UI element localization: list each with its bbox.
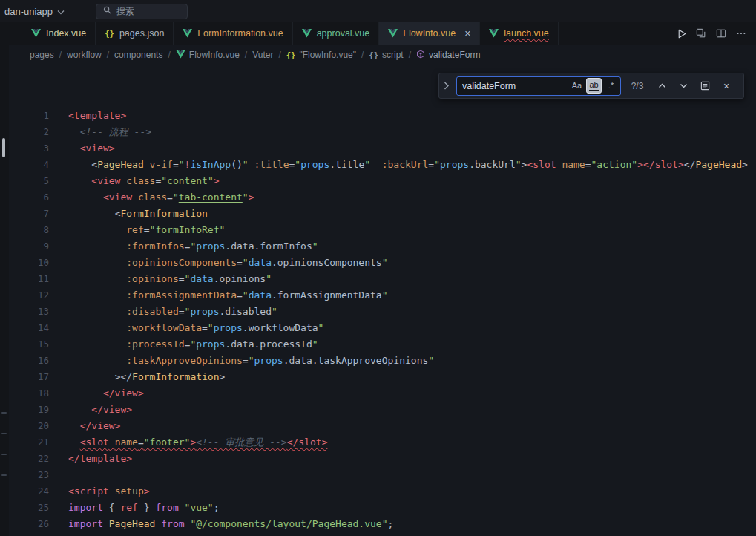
strip-mark (1, 412, 7, 414)
code-line[interactable]: 8 ref="formInfoRef" (9, 222, 756, 238)
strip-mark (1, 474, 7, 476)
code-line[interactable]: 21 <slot name="footer"><!-- 审批意见 --></sl… (9, 434, 756, 451)
line-number: 8 (9, 222, 49, 238)
line-number: 2 (9, 124, 49, 140)
line-number: 21 (9, 434, 49, 451)
title-bar: dan-uniapp 搜索 (0, 0, 756, 22)
breadcrumb-item-workflow[interactable]: workflow (67, 50, 102, 60)
editor-pane[interactable]: Aa ab .* ?/3 (9, 65, 756, 536)
line-number: 17 (9, 369, 49, 385)
toggle-replace-button[interactable] (441, 73, 451, 98)
whole-word-toggle[interactable]: ab (586, 78, 602, 94)
code-line[interactable]: 19 </view> (9, 402, 756, 418)
breadcrumb-separator: / (168, 50, 170, 60)
code-line[interactable]: 4 <PageHead v-if="!isInApp()" :title="pr… (9, 157, 756, 173)
close-icon: × (723, 80, 729, 92)
global-search-box[interactable]: 搜索 (96, 4, 188, 19)
code-line[interactable]: 6 <view class="tab-content"> (9, 189, 756, 206)
regex-toggle[interactable]: .* (604, 78, 618, 92)
match-case-toggle[interactable]: Aa (570, 78, 584, 92)
code-line[interactable]: 16 :taskApproveOpinions="props.data.task… (9, 353, 756, 369)
search-label: 搜索 (116, 5, 134, 18)
code-area[interactable]: 1<template>2 <!-- 流程 -->3 <view>4 <PageH… (9, 108, 756, 532)
vue-icon (183, 29, 192, 38)
strip-mark (1, 454, 7, 455)
more-actions-button[interactable] (732, 24, 750, 42)
code-line[interactable]: 5 <view class="content"> (9, 173, 756, 189)
line-number: 16 (9, 353, 49, 369)
code-line[interactable]: 2 <!-- 流程 --> (9, 124, 756, 140)
json-icon: {} (105, 29, 114, 38)
code-line[interactable]: 15 :processId="props.data.processId" (9, 336, 756, 353)
breadcrumb-separator: / (107, 50, 109, 60)
code-line[interactable]: 18 </view> (9, 385, 756, 402)
workspace-title[interactable]: dan-uniapp (4, 6, 65, 17)
module-symbol-icon: {} (369, 50, 378, 60)
json-icon: {} (286, 50, 296, 60)
breadcrumb-separator: / (245, 50, 247, 60)
line-number: 3 (9, 140, 49, 157)
code-line[interactable]: 13 :disabled="props.disabled" (9, 304, 756, 320)
close-find-button[interactable]: × (718, 78, 734, 94)
next-match-button[interactable] (675, 78, 691, 94)
breadcrumb-separator: / (59, 50, 62, 60)
code-line[interactable]: 10 :opinionsComponents="data.opinionsCom… (9, 255, 756, 271)
tab-label: pages.json (119, 28, 164, 39)
line-number: 9 (9, 238, 49, 255)
code-line[interactable]: 14 :workflowData="props.workflowData" (9, 320, 756, 336)
find-results-count: ?/3 (626, 81, 648, 91)
code-line[interactable]: 25import { ref } from "vue"; (9, 500, 756, 516)
code-line[interactable]: 24<script setup> (9, 483, 756, 500)
line-number: 15 (9, 336, 49, 353)
run-button[interactable] (672, 24, 690, 42)
code-line[interactable]: 23 (9, 467, 756, 483)
vue-icon (388, 29, 398, 38)
tab-FlowInfo.vue[interactable]: FlowInfo.vue× (379, 22, 480, 45)
code-line[interactable]: 22</template> (9, 451, 756, 467)
line-number: 12 (9, 287, 49, 304)
tab-FormInformation.vue[interactable]: FormInformation.vue (174, 22, 292, 45)
split-editor-button[interactable] (712, 24, 730, 42)
line-number: 22 (9, 451, 49, 467)
code-line[interactable]: 3 <view> (9, 140, 756, 157)
vue-icon (31, 29, 41, 38)
code-line[interactable]: 9 :formInfos="props.data.formInfos" (9, 238, 756, 255)
tab-Index.vue[interactable]: Index.vue (22, 22, 96, 45)
open-changes-button[interactable] (692, 24, 710, 42)
find-input[interactable] (462, 81, 538, 91)
code-line[interactable]: 1<template> (9, 108, 756, 124)
line-number: 4 (9, 157, 49, 173)
tab-pages.json[interactable]: {}pages.json (96, 22, 174, 45)
line-number: 11 (9, 271, 49, 287)
breadcrumb-item-FlowInfo.vue[interactable]: FlowInfo.vue (176, 50, 240, 61)
line-number: 5 (9, 173, 49, 189)
code-line[interactable]: 12 :formAssignmentData="data.formAssignm… (9, 287, 756, 304)
breadcrumb-item-components[interactable]: components (114, 50, 162, 60)
tab-bar: Index.vue{}pages.jsonFormInformation.vue… (9, 22, 756, 45)
previous-match-button[interactable] (654, 78, 670, 94)
breadcrumb-item-Vuter[interactable]: Vuter (252, 50, 273, 60)
find-in-selection-button[interactable] (697, 78, 713, 94)
code-line[interactable]: 17 ></FormInformation> (9, 369, 756, 385)
breadcrumb: pages/workflow/components/FlowInfo.vue/V… (9, 45, 756, 65)
code-line[interactable]: 20 </view> (9, 418, 756, 434)
line-number: 26 (9, 516, 49, 532)
editor-actions (666, 22, 756, 45)
line-number: 14 (9, 320, 49, 336)
tab-label: launch.vue (504, 28, 548, 39)
breadcrumb-separator: / (278, 50, 280, 60)
tab-approval.vue[interactable]: approval.vue (293, 22, 380, 45)
line-number: 6 (9, 189, 49, 206)
breadcrumb-item-pages[interactable]: pages (30, 50, 54, 60)
line-number: 13 (9, 304, 49, 320)
breadcrumb-item-validateForm[interactable]: validateForm (416, 50, 480, 61)
breadcrumb-item-FlowInfo.vue[interactable]: {}"FlowInfo.vue" (286, 50, 356, 60)
strip-active-indicator (2, 138, 5, 157)
tab-launch.vue[interactable]: launch.vue (480, 22, 558, 45)
breadcrumb-item-script[interactable]: {}script (369, 50, 403, 60)
close-icon[interactable]: × (464, 28, 470, 39)
tab-label: approval.vue (317, 28, 370, 39)
code-line[interactable]: 26import PageHead from "@/components/lay… (9, 516, 756, 532)
code-line[interactable]: 11 :opinions="data.opinions" (9, 271, 756, 287)
code-line[interactable]: 7 <FormInformation (9, 206, 756, 222)
